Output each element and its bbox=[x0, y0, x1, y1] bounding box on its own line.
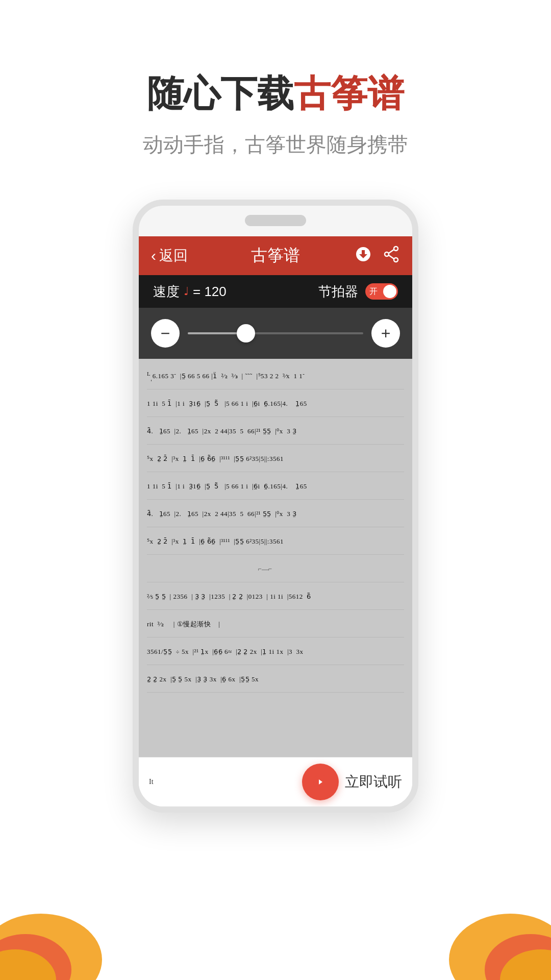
decrease-button[interactable]: − bbox=[151, 319, 180, 348]
score-row: 4̃. 1̤65 |2. 1̤65 |2x 2 44|35 5 66|²¹ 5̤… bbox=[147, 418, 404, 445]
back-label: 返回 bbox=[159, 246, 188, 265]
share-icon[interactable] bbox=[383, 246, 400, 266]
score-row: 1 1i 5 1̄ |1 i 3̤16̤ |5̤ 5̃ |5 66 1 i |6… bbox=[147, 390, 404, 417]
slider-bar: − + bbox=[139, 308, 412, 359]
score-row: 3561/5̤5̤ ÷ 5x |²¹ 1̤x |6̤6̤ 6≈ |2̤ 2̤ 2… bbox=[147, 639, 404, 665]
increase-button[interactable]: + bbox=[371, 319, 400, 348]
listen-label: 立即试听 bbox=[345, 772, 402, 792]
score-content: Lˌ6.165 3- |5̤ 66 5 66 |1̈ ²⁄₂ ³⁄₃ | ˜˜˜… bbox=[139, 359, 412, 757]
score-row: Lˌ6.165 3- |5̤ 66 5 66 |1̈ ²⁄₂ ³⁄₃ | ˜˜˜… bbox=[147, 363, 404, 389]
score-row: ²⁄₅ 5̤ 5̤ | 2356 | 3̤ 3̤ |1235 | 2̤ 2̤ |… bbox=[147, 583, 404, 610]
svg-line-9 bbox=[389, 250, 394, 253]
listen-play-button[interactable] bbox=[302, 764, 339, 800]
app-screen-title: 古筝谱 bbox=[251, 244, 300, 267]
minus-icon: − bbox=[161, 324, 170, 343]
phone-screen: ‹ 返回 古筝谱 bbox=[139, 236, 412, 806]
title-highlight: 古筝谱 bbox=[294, 73, 404, 114]
header-section: 随心下载古筝谱 动动手指，古筝世界随身携带 bbox=[0, 0, 551, 189]
svg-point-7 bbox=[385, 252, 389, 256]
speed-value: = 120 bbox=[193, 284, 227, 300]
svg-line-10 bbox=[389, 255, 394, 259]
speed-bar: 速度 ♩ = 120 节拍器 开 bbox=[139, 275, 412, 308]
score-row: 1 1i 5 1̄ |1 i 3̤16̤ |5̤ 5̃ |5 66 1 i |6… bbox=[147, 473, 404, 500]
bookmark-icon[interactable] bbox=[354, 245, 372, 267]
app-header-bar: ‹ 返回 古筝谱 bbox=[139, 236, 412, 275]
score-row: rit ³⁄₂ | ①慢起渐快 | bbox=[147, 611, 404, 638]
music-note-icon: ♩ bbox=[184, 285, 189, 298]
svg-point-6 bbox=[394, 247, 398, 251]
slider-thumb bbox=[237, 324, 255, 342]
sub-title: 动动手指，古筝世界随身携带 bbox=[0, 131, 551, 159]
metronome-toggle[interactable]: 开 bbox=[365, 283, 398, 300]
toggle-knob bbox=[383, 285, 396, 298]
phone-mockup: ‹ 返回 古筝谱 bbox=[133, 200, 418, 813]
score-row: ⁵x 2̤ 2̄ |³x 1̤ 1̄ |6̤ 6̃6̤ |³¹¹¹ |5̤5̤ … bbox=[147, 528, 404, 555]
score-row: 2̤ 2̤ 2x |5̤ 5̤ 5x |3̤ 3̤ 3x |6̤ 6x |5̤5… bbox=[147, 666, 404, 693]
score-row: ⁵x 2̤ 2̄ |³x 1̤ 1̄ |6̤ 6̃6̤ |³¹¹¹ |5̤5̤ … bbox=[147, 446, 404, 472]
back-chevron-icon: ‹ bbox=[151, 247, 156, 264]
title-prefix: 随心下载 bbox=[147, 73, 294, 114]
listen-section[interactable]: 立即试听 bbox=[302, 764, 402, 800]
toggle-on-label: 开 bbox=[369, 286, 378, 297]
metronome-label: 节拍器 bbox=[318, 283, 358, 301]
speed-slider[interactable] bbox=[188, 332, 363, 334]
phone-container: ‹ 返回 古筝谱 bbox=[0, 189, 551, 813]
phone-speaker bbox=[245, 215, 306, 226]
metronome-section: 节拍器 开 bbox=[318, 283, 398, 301]
plus-icon: + bbox=[381, 324, 391, 343]
header-icons bbox=[354, 245, 400, 267]
bottom-score-text: It bbox=[149, 778, 302, 786]
svg-point-8 bbox=[394, 258, 398, 262]
main-title: 随心下载古筝谱 bbox=[0, 71, 551, 115]
score-row: 4̃. 1̤65 |2. 1̤65 |2x 2 44|35 5 66|²¹ 5̤… bbox=[147, 501, 404, 527]
back-button[interactable]: ‹ 返回 bbox=[151, 246, 188, 265]
score-row: ⌐—⌐ bbox=[147, 556, 404, 582]
listen-bar: It 立即试听 bbox=[139, 757, 412, 806]
speed-section: 速度 ♩ = 120 bbox=[153, 283, 227, 301]
speed-text: 速度 bbox=[153, 283, 180, 301]
